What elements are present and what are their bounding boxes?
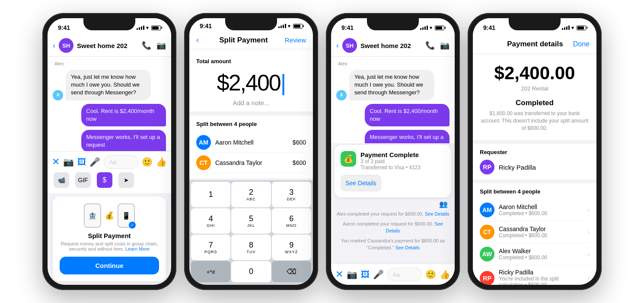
- delete-key[interactable]: ⌫: [272, 261, 311, 282]
- thumbs-up-icon-3[interactable]: 👍: [440, 269, 450, 280]
- message-input-1[interactable]: Aa: [104, 155, 138, 169]
- status-icons-1: ▾: [137, 25, 161, 31]
- dp-info-3: Alex Walker Completed • $600.00: [499, 248, 583, 261]
- requester-row: RP Ricky Padilla: [480, 160, 590, 174]
- requester-section: Requester RP Ricky Padilla: [473, 144, 596, 180]
- chevron-icon-1: ›: [587, 206, 590, 213]
- detail-person-row-4[interactable]: RP Ricky Padilla You're included in the …: [480, 265, 590, 285]
- numpad-row-3: 7PQRS 8TUV 9WXYZ: [191, 235, 311, 260]
- group-avatar-3: SH: [342, 38, 357, 53]
- phone-call-icon[interactable]: 📞: [142, 41, 151, 50]
- pc-text: Payment Complete 3 of 3 paid Transferred…: [360, 151, 421, 171]
- review-link[interactable]: Review: [285, 36, 306, 44]
- phone-call-icon-3[interactable]: 📞: [425, 41, 435, 50]
- details-subtitle: 202 Rental: [480, 85, 590, 92]
- time-1: 9:41: [58, 24, 70, 31]
- chat-header-3: ‹ SH Sweet home 202 📞 📷: [331, 35, 455, 57]
- dp-info-2: Cassandra Taylor Completed • $600.00: [499, 226, 583, 239]
- see-details-link-3[interactable]: See Details: [395, 245, 419, 250]
- key-special[interactable]: +*#: [191, 261, 230, 282]
- camera-icon[interactable]: 📷: [63, 157, 74, 167]
- illus-check-icon: ✓: [129, 222, 136, 229]
- key-5[interactable]: 5JKL: [231, 208, 271, 234]
- mic-icon[interactable]: 🎤: [89, 157, 100, 167]
- system-msg-3: You marked Cassandra's payment for $600.…: [331, 236, 455, 253]
- details-body: $2,400.00 202 Rental Completed $1,800.00…: [473, 54, 596, 285]
- dp-name-3: Alex Walker: [499, 248, 583, 255]
- see-details-button-3[interactable]: See Details: [341, 175, 381, 191]
- battery-icon-2: [293, 24, 303, 29]
- key-7[interactable]: 7PQRS: [191, 235, 230, 260]
- detail-person-row-2[interactable]: CT Cassandra Taylor Completed • $600.00 …: [480, 221, 590, 243]
- dp-status-4: You're included in the split calculation…: [499, 276, 583, 285]
- person-row-2: CT Cassandra Taylor $600: [196, 153, 306, 173]
- gif-qa-icon[interactable]: GIF: [75, 172, 91, 188]
- input-row-1: ✕ 📷 🖼 🎤 Aa 🙂 👍: [52, 155, 167, 169]
- emoji-icon[interactable]: 🙂: [142, 157, 153, 167]
- close-circle-icon[interactable]: ✕: [52, 156, 60, 168]
- avatar-alex-3: A: [336, 90, 347, 100]
- continue-button[interactable]: Continue: [60, 257, 159, 274]
- details-amount: $2,400.00: [480, 63, 590, 84]
- payment-complete-icon: 💰: [341, 151, 356, 167]
- photo-icon-3[interactable]: 🖼: [361, 270, 370, 280]
- emoji-icon-3[interactable]: 🙂: [425, 269, 436, 280]
- video-call-icon[interactable]: 📷: [156, 41, 166, 50]
- chat-header-1: ‹ SH Sweet home 202 📞 📷: [48, 35, 171, 57]
- numpad: 1 2ABC 3DEF 4GHI 5JKL 6MNO 7PQRS 8TUV 9W…: [189, 180, 313, 285]
- video-qa-icon[interactable]: 📹: [54, 172, 69, 188]
- dp-info-4: Ricky Padilla You're included in the spl…: [499, 269, 583, 285]
- amount-note[interactable]: Add a note...: [196, 99, 306, 106]
- split-payment-card: 🏦 💰 📱 ✓ Split Payment Request money and …: [53, 197, 166, 281]
- person-amount-1: $600: [293, 139, 306, 146]
- dp-status-3: Completed • $600.00: [499, 255, 583, 261]
- back-button-3[interactable]: ‹: [336, 41, 339, 50]
- illus-phone-1: 🏦: [84, 203, 101, 228]
- thumbs-up-icon[interactable]: 👍: [156, 157, 167, 167]
- time-4: 9:41: [483, 24, 495, 31]
- status-icons-4: ▾: [562, 25, 586, 31]
- detail-person-row-1[interactable]: AM Aaron Mitchell Completed • $600.00 ›: [480, 199, 590, 221]
- split-card-desc: Request money and split costs in group c…: [60, 241, 159, 251]
- learn-more-link[interactable]: Learn More: [125, 246, 150, 251]
- dollar-qa-icon[interactable]: $: [97, 172, 112, 188]
- key-3[interactable]: 3DEF: [272, 182, 311, 207]
- camera-icon-3[interactable]: 📷: [347, 269, 357, 280]
- key-8[interactable]: 8TUV: [231, 235, 271, 260]
- split-header: ‹ Split Payment Review: [189, 31, 313, 49]
- see-details-link-2[interactable]: See Details: [386, 221, 443, 233]
- done-button[interactable]: Done: [573, 40, 590, 48]
- phone-1: 9:41 ▾ ‹ SH Sweet home 202 📞 📷: [42, 13, 176, 290]
- see-details-link-1[interactable]: See Details: [425, 211, 449, 216]
- bubble-outgoing-2: Messenger works, I'll set up a request: [81, 130, 166, 151]
- status-icons-2: ▾: [278, 23, 303, 29]
- mic-icon-3[interactable]: 🎤: [373, 269, 384, 280]
- key-0[interactable]: 0: [231, 261, 271, 282]
- amount-section: Total amount $2,400| Add a note...: [189, 49, 313, 112]
- key-6[interactable]: 6MNO: [272, 208, 311, 234]
- detail-person-row-3[interactable]: AW Alex Walker Completed • $600.00 ›: [480, 243, 590, 265]
- split-back-button[interactable]: ‹: [196, 35, 199, 45]
- send-qa-icon[interactable]: ➤: [118, 172, 134, 188]
- back-button-1[interactable]: ‹: [53, 41, 55, 50]
- key-1[interactable]: 1: [191, 182, 230, 207]
- photo-icon[interactable]: 🖼: [77, 157, 86, 167]
- key-4[interactable]: 4GHI: [191, 208, 230, 234]
- amount-display: $2,400|: [196, 70, 306, 96]
- bubble-incoming-1: Yea, just let me know how much I owe you…: [66, 70, 151, 100]
- message-input-3[interactable]: Aa: [387, 268, 422, 281]
- numpad-row-1: 1 2ABC 3DEF: [191, 182, 311, 207]
- key-2[interactable]: 2ABC: [231, 182, 271, 207]
- chat-body-1: Alex A Yea, just let me know how much I …: [48, 57, 171, 151]
- msg-row-3-2: Cool. Rent is $2,400/month now: [336, 104, 450, 126]
- requester-section-title: Requester: [480, 149, 590, 155]
- illus-arrow: 💰: [103, 203, 116, 228]
- notch-2: [225, 18, 277, 30]
- video-call-icon-3[interactable]: 📷: [440, 41, 450, 50]
- pc-header: 💰 Payment Complete 3 of 3 paid Transferr…: [341, 151, 445, 171]
- key-9[interactable]: 9WXYZ: [272, 235, 311, 260]
- bubble-incoming-3-1: Yea, just let me know how much I owe you…: [349, 70, 434, 100]
- close-circle-icon-3[interactable]: ✕: [335, 269, 343, 280]
- system-msg-2: Aaron completed your request for $600.00…: [331, 219, 455, 236]
- requester-name: Ricky Padilla: [499, 164, 536, 171]
